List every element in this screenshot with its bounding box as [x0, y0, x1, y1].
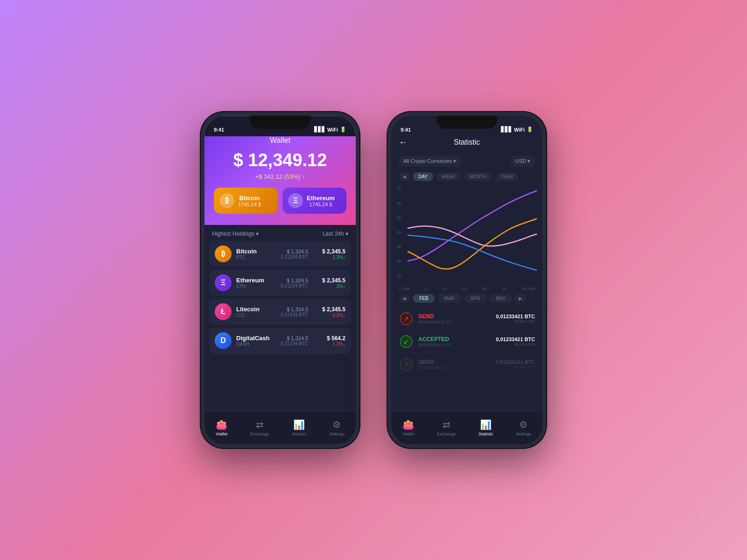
btc-info: Bitcoin 1745,24 $: [238, 195, 261, 207]
month-tab-apr[interactable]: APR: [464, 294, 487, 303]
x-label-5: 5: [425, 287, 427, 291]
eth-card[interactable]: Ξ Ethereum 1745,24 $: [282, 188, 346, 214]
svg-text:6k: 6k: [397, 201, 402, 206]
tx-type-1: SEND: [418, 313, 491, 320]
nav-settings[interactable]: ⚙ Settings: [329, 419, 345, 436]
coin-logo-dash: D: [215, 332, 232, 349]
svg-text:2k: 2k: [397, 259, 402, 264]
period-tab-day[interactable]: DAY: [413, 172, 433, 181]
tx-item-2[interactable]: ↙ ACCEPTED 09/04/2018 12:15 0,01233421 B…: [397, 330, 537, 353]
coin-change-eth: 2%↑: [313, 284, 345, 289]
month-tab-prev[interactable]: ◀: [399, 294, 410, 303]
tx-item-1[interactable]: ↗ SEND 09/04/2018 12:15 0,01233421 BTC 8…: [397, 308, 537, 330]
svg-text:3k: 3k: [397, 245, 402, 249]
coin-btc-btc: 0,21234 BTC: [281, 254, 308, 259]
x-label-25: 25: [502, 287, 507, 291]
coin-info-dash: DigitalCash DASH: [236, 335, 276, 347]
coin-item-btc[interactable]: ₿ Bitcoin BTC $ 1,324.5 0,21234 BTC $ 2,…: [209, 241, 351, 267]
tx-info-3: SEND 09/04/2018 12:15: [418, 359, 491, 370]
crypto-filter-dropdown[interactable]: All Crypto Currencies ▾: [399, 156, 461, 167]
eth-info: Ethereum 1745,24 $: [307, 195, 335, 207]
coin-info-ltc: Litecoin LTC: [236, 306, 276, 318]
tx-info-1: SEND 09/04/2018 12:15: [418, 313, 491, 324]
wallet-cards: ₿ Bitcoin 1745,24 $ Ξ Ethereum 1745,24 $: [214, 188, 346, 214]
wifi-icon-2: WiFi: [514, 127, 525, 133]
period-tab-week[interactable]: WEEK: [436, 172, 461, 181]
month-tab-mar[interactable]: MAR: [437, 294, 461, 303]
btc-card[interactable]: ₿ Bitcoin 1745,24 $: [214, 188, 278, 214]
month-tab-feb[interactable]: FEB: [413, 294, 435, 303]
crypto-filter-label: All Crypto Currencies ▾: [403, 158, 456, 164]
period-tab-prev[interactable]: ◀: [399, 172, 410, 181]
period-tab-month[interactable]: MONTH: [464, 172, 492, 181]
period-tab-year[interactable]: YEAR: [495, 172, 519, 181]
coin-item-ltc[interactable]: Ł Litecoin LTC $ 1,324.5 0,21234 BTC $ 2…: [209, 299, 351, 325]
bottom-nav-wallet: 👛 Wallet ⇄ Exchange 📊 Statistic ⚙ Settin…: [204, 411, 356, 444]
exchange-nav-label-2: Exchange: [437, 432, 456, 436]
coin-price-col-btc: $ 1,324.5 0,21234 BTC: [281, 249, 308, 259]
settings-nav-label: Settings: [329, 432, 345, 436]
coin-value-col-btc: $ 2,345.5 1.2%↑: [313, 248, 345, 260]
coin-price-btc: $ 1,324.5: [281, 249, 308, 254]
phone-notch-2: [437, 116, 497, 129]
holdings-period[interactable]: Last 24h ▾: [323, 231, 348, 237]
settings-nav-icon-2: ⚙: [519, 419, 528, 430]
coin-value-ltc: $ 2,345.5: [313, 306, 345, 313]
month-tab-may[interactable]: MAY: [489, 294, 512, 303]
x-label-10: 10: [442, 287, 447, 291]
svg-text:↗: ↗: [403, 315, 409, 322]
stat-content: ← Statistic All Crypto Currencies ▾ USD …: [391, 136, 543, 444]
coin-name-ltc: Litecoin: [236, 306, 276, 313]
coin-info-btc: Bitcoin BTC: [236, 248, 276, 260]
month-tab-next[interactable]: ▶: [515, 294, 526, 303]
wifi-icon: WiFi: [327, 127, 338, 133]
tx-date-2: 09/04/2018 12:15: [418, 343, 491, 347]
btc-val: 1745,24 $: [238, 202, 261, 207]
svg-text:4k: 4k: [397, 230, 402, 235]
tx-btc-3: 0,01233421 BTC: [496, 359, 535, 365]
coin-value-dash: $ 564.2: [313, 335, 345, 342]
coin-price-col-dash: $ 1,324.5 0,21234 BTC: [281, 336, 308, 346]
phone-wallet: 9:41 ▋▋▋ WiFi 🔋 Wallet $ 12,349.12 +$ 34…: [201, 112, 359, 448]
stat-header: ← Statistic: [391, 136, 543, 152]
exchange-nav-icon-2: ⇄: [443, 419, 451, 430]
wallet-header: Wallet $ 12,349.12 +$ 342.12 (53%) ↑ ₿ B…: [204, 136, 356, 225]
tx-date-1: 09/04/2018 12:15: [418, 320, 491, 324]
signal-icon: ▋▋▋: [314, 126, 325, 133]
tx-item-3[interactable]: ↗ SEND 09/04/2018 12:15 0,01233421 BTC 8…: [397, 353, 537, 376]
coin-info-eth: Ethereum ETH: [236, 277, 276, 289]
nav-settings-stat[interactable]: ⚙ Settings: [516, 419, 531, 436]
coin-symbol-eth: ETH: [236, 284, 276, 289]
usd-filter-dropdown[interactable]: USD ▾: [511, 156, 535, 167]
tx-type-2: ACCEPTED: [418, 336, 491, 343]
svg-text:1k: 1k: [397, 273, 402, 278]
nav-statistic[interactable]: 📊 Statistic: [292, 419, 307, 436]
wallet-total-amount: $ 12,349.12: [214, 150, 346, 170]
coin-btc-ltc: 0,21234 BTC: [281, 312, 308, 317]
wallet-nav-label: Wallet: [216, 432, 228, 436]
statistic-nav-label: Statistic: [292, 432, 307, 436]
btc-name: Bitcoin: [238, 195, 261, 202]
x-label-1: 1 Feb: [399, 287, 409, 291]
coin-symbol-btc: BTC: [236, 255, 276, 260]
coin-item-eth[interactable]: Ξ Ethereum ETH $ 1,324.5 0,21234 BTC $ 2…: [209, 270, 351, 296]
coin-item-dash[interactable]: D DigitalCash DASH $ 1,324.5 0,21234 BTC…: [209, 328, 351, 354]
nav-exchange[interactable]: ⇄ Exchange: [250, 419, 269, 436]
transactions-list: ↗ SEND 09/04/2018 12:15 0,01233421 BTC 8…: [391, 306, 543, 411]
coin-logo-ltc: Ł: [215, 303, 232, 320]
wallet-body: Highest Holdings ▾ Last 24h ▾ ₿ Bitcoin …: [204, 225, 356, 411]
statistic-nav-icon: 📊: [293, 419, 305, 430]
wallet-change: +$ 342.12 (53%) ↑: [214, 173, 346, 180]
chart-svg: 7k 6k 5k 4k 3k 2k 1k: [395, 184, 539, 287]
nav-statistic-stat[interactable]: 📊 Statistic: [479, 419, 493, 436]
back-button[interactable]: ←: [399, 138, 407, 147]
period-tabs: ◀ DAY WEEK MONTH YEAR: [391, 170, 543, 184]
tx-icon-2: ↙: [399, 334, 414, 349]
stat-title: Statistic: [454, 138, 480, 147]
holdings-label[interactable]: Highest Holdings ▾: [212, 231, 259, 237]
nav-wallet-stat[interactable]: 👛 Wallet: [402, 419, 414, 436]
nav-exchange-stat[interactable]: ⇄ Exchange: [437, 419, 456, 436]
eth-name: Ethereum: [307, 195, 335, 202]
tx-date-3: 09/04/2018 12:15: [418, 365, 491, 370]
nav-wallet[interactable]: 👛 Wallet: [216, 419, 227, 436]
